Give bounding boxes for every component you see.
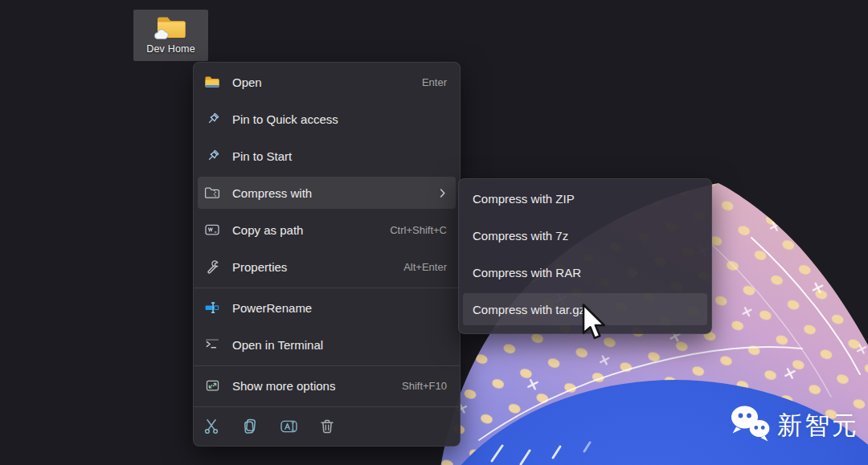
context-menu: Open Enter Pin to Quick access — [193, 62, 461, 447]
pin-icon — [204, 148, 220, 164]
menu-item-shortcut: Ctrl+Shift+C — [390, 224, 447, 236]
menu-separator — [194, 365, 460, 366]
zip-folder-icon — [204, 185, 220, 201]
submenu-item-compress-rar[interactable]: Compress with RAR — [463, 256, 707, 288]
folder-icon — [204, 74, 220, 90]
menu-item-shortcut: Alt+Enter — [403, 261, 447, 273]
menu-item-open-in-terminal[interactable]: Open in Terminal — [198, 328, 456, 361]
menu-item-label: Properties — [232, 260, 287, 274]
watermark: 新智元 — [728, 402, 859, 449]
menu-item-shortcut: Shift+F10 — [402, 380, 447, 392]
rename-button[interactable] — [275, 410, 302, 443]
menu-item-label: Open in Terminal — [232, 338, 323, 352]
delete-icon — [318, 418, 336, 435]
copy-path-icon — [204, 222, 220, 238]
submenu-item-label: Compress with ZIP — [473, 192, 575, 206]
copy-button[interactable] — [236, 410, 264, 443]
submenu-item-label: Compress with tar.gz — [473, 303, 585, 316]
menu-item-pin-to-start[interactable]: Pin to Start — [198, 140, 456, 172]
submenu-item-label: Compress with RAR — [473, 266, 581, 279]
powerrename-icon — [204, 300, 220, 316]
submenu-item-compress-7z[interactable]: Compress with 7z — [463, 219, 707, 251]
menu-item-show-more-options[interactable]: Show more options Shift+F10 — [198, 369, 456, 402]
cut-button[interactable] — [198, 410, 225, 443]
menu-item-properties[interactable]: Properties Alt+Enter — [198, 251, 456, 283]
terminal-icon — [204, 337, 220, 353]
menu-item-label: Compress with — [232, 186, 312, 200]
submenu-item-compress-targz[interactable]: Compress with tar.gz — [463, 293, 707, 325]
menu-item-pin-to-quick-access[interactable]: Pin to Quick access — [198, 103, 456, 135]
watermark-text: 新智元 — [777, 409, 859, 443]
menu-item-powerrename[interactable]: PowerRename — [198, 292, 456, 324]
copy-icon — [241, 418, 259, 435]
rename-icon — [280, 418, 298, 435]
quick-actions-row — [198, 410, 456, 443]
pin-icon — [204, 111, 220, 127]
menu-item-label: PowerRename — [232, 301, 312, 315]
menu-item-compress-with[interactable]: Compress with — [198, 177, 456, 209]
folder-large-icon — [154, 12, 189, 43]
menu-item-copy-as-path[interactable]: Copy as path Ctrl+Shift+C — [198, 214, 456, 246]
wechat-icon — [728, 403, 772, 448]
menu-item-label: Show more options — [232, 379, 335, 393]
menu-item-label: Pin to Start — [232, 149, 292, 163]
menu-item-label: Copy as path — [232, 223, 303, 237]
menu-separator — [194, 288, 460, 288]
desktop: Dev Home Open Enter — [0, 0, 868, 465]
submenu-item-label: Compress with 7z — [473, 229, 568, 243]
submenu-item-compress-zip[interactable]: Compress with ZIP — [463, 182, 707, 214]
desktop-icon-dev-home[interactable]: Dev Home — [133, 10, 208, 61]
menu-item-label: Open — [232, 75, 262, 89]
wrench-icon — [204, 259, 220, 275]
desktop-icon-label: Dev Home — [146, 43, 195, 55]
expand-icon — [204, 377, 220, 394]
cut-icon — [203, 418, 220, 435]
compress-with-submenu: Compress with ZIP Compress with 7z Compr… — [458, 178, 712, 334]
delete-button[interactable] — [313, 410, 341, 443]
menu-separator — [194, 406, 460, 407]
menu-item-open[interactable]: Open Enter — [198, 66, 456, 98]
menu-item-label: Pin to Quick access — [232, 112, 338, 126]
chevron-right-icon — [438, 187, 447, 199]
menu-item-shortcut: Enter — [422, 76, 447, 88]
